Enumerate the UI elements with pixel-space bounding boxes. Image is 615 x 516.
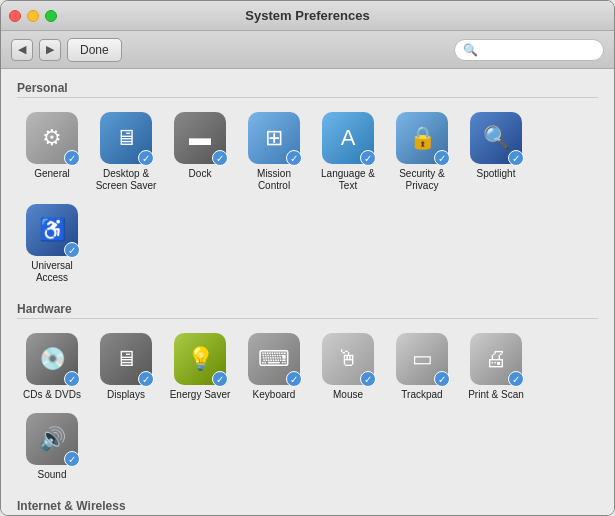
forward-button[interactable]: ▶ [39,39,61,61]
icon-wrap-universal: ♿✓ [26,204,78,256]
pref-item-mouse[interactable]: 🖱✓Mouse [313,329,383,405]
label-mission: Mission Control [241,168,307,192]
window-title: System Preferences [245,8,369,23]
icon-wrap-general: ⚙✓ [26,112,78,164]
pref-item-displays[interactable]: 🖥✓Displays [91,329,161,405]
checkmark-desktop: ✓ [138,150,154,166]
label-security: Security & Privacy [389,168,455,192]
back-button[interactable]: ◀ [11,39,33,61]
pref-item-dock[interactable]: ▬✓Dock [165,108,235,196]
icon-wrap-displays: 🖥✓ [100,333,152,385]
checkmark-security: ✓ [434,150,450,166]
checkmark-trackpad: ✓ [434,371,450,387]
icon-wrap-security: 🔒✓ [396,112,448,164]
titlebar: System Preferences [1,1,614,31]
checkmark-mouse: ✓ [360,371,376,387]
checkmark-print: ✓ [508,371,524,387]
section-title-internet: Internet & Wireless [17,499,598,515]
icon-wrap-dock: ▬✓ [174,112,226,164]
label-language: Language & Text [315,168,381,192]
icon-wrap-print: 🖨✓ [470,333,522,385]
icon-wrap-mission: ⊞✓ [248,112,300,164]
section-title-personal: Personal [17,81,598,98]
items-row-hardware: 💿✓CDs & DVDs🖥✓Displays💡✓Energy Saver⌨✓Ke… [17,325,598,489]
label-desktop: Desktop & Screen Saver [93,168,159,192]
icon-wrap-trackpad: ▭✓ [396,333,448,385]
pref-item-universal[interactable]: ♿✓Universal Access [17,200,87,288]
checkmark-language: ✓ [360,150,376,166]
close-button[interactable] [9,10,21,22]
system-preferences-window: System Preferences ◀ ▶ Done 🔍 Personal⚙✓… [0,0,615,516]
pref-item-trackpad[interactable]: ▭✓Trackpad [387,329,457,405]
icon-wrap-desktop: 🖥✓ [100,112,152,164]
checkmark-sound: ✓ [64,451,80,467]
label-displays: Displays [107,389,145,401]
checkmark-energy: ✓ [212,371,228,387]
label-trackpad: Trackpad [401,389,442,401]
label-cds: CDs & DVDs [23,389,81,401]
toolbar: ◀ ▶ Done 🔍 [1,31,614,69]
icon-wrap-spotlight: 🔍✓ [470,112,522,164]
pref-item-cds[interactable]: 💿✓CDs & DVDs [17,329,87,405]
section-personal: Personal⚙✓General🖥✓Desktop & Screen Save… [17,81,598,292]
section-hardware: Hardware💿✓CDs & DVDs🖥✓Displays💡✓Energy S… [17,302,598,489]
checkmark-universal: ✓ [64,242,80,258]
items-row-personal: ⚙✓General🖥✓Desktop & Screen Saver▬✓Dock⊞… [17,104,598,292]
checkmark-displays: ✓ [138,371,154,387]
label-universal: Universal Access [19,260,85,284]
checkmark-general: ✓ [64,150,80,166]
pref-item-spotlight[interactable]: 🔍✓Spotlight [461,108,531,196]
checkmark-cds: ✓ [64,371,80,387]
icon-wrap-mouse: 🖱✓ [322,333,374,385]
pref-item-general[interactable]: ⚙✓General [17,108,87,196]
icon-wrap-energy: 💡✓ [174,333,226,385]
pref-item-language[interactable]: A✓Language & Text [313,108,383,196]
section-title-hardware: Hardware [17,302,598,319]
pref-item-print[interactable]: 🖨✓Print & Scan [461,329,531,405]
content-area: Personal⚙✓General🖥✓Desktop & Screen Save… [1,69,614,515]
checkmark-spotlight: ✓ [508,150,524,166]
label-energy: Energy Saver [170,389,231,401]
label-spotlight: Spotlight [477,168,516,180]
label-keyboard: Keyboard [253,389,296,401]
label-general: General [34,168,70,180]
label-print: Print & Scan [468,389,524,401]
label-sound: Sound [38,469,67,481]
section-internet: Internet & Wireless☁✓iCloud@✓Mail, Conta… [17,499,598,515]
pref-item-keyboard[interactable]: ⌨✓Keyboard [239,329,309,405]
label-mouse: Mouse [333,389,363,401]
icon-wrap-cds: 💿✓ [26,333,78,385]
pref-item-sound[interactable]: 🔊✓Sound [17,409,87,485]
pref-item-energy[interactable]: 💡✓Energy Saver [165,329,235,405]
icon-wrap-keyboard: ⌨✓ [248,333,300,385]
minimize-button[interactable] [27,10,39,22]
pref-item-mission[interactable]: ⊞✓Mission Control [239,108,309,196]
label-dock: Dock [189,168,212,180]
maximize-button[interactable] [45,10,57,22]
pref-item-security[interactable]: 🔒✓Security & Privacy [387,108,457,196]
icon-wrap-sound: 🔊✓ [26,413,78,465]
traffic-lights [9,10,57,22]
checkmark-keyboard: ✓ [286,371,302,387]
checkmark-mission: ✓ [286,150,302,166]
pref-item-desktop[interactable]: 🖥✓Desktop & Screen Saver [91,108,161,196]
search-box[interactable]: 🔍 [454,39,604,61]
done-button[interactable]: Done [67,38,122,62]
checkmark-dock: ✓ [212,150,228,166]
icon-wrap-language: A✓ [322,112,374,164]
search-icon: 🔍 [463,43,478,57]
